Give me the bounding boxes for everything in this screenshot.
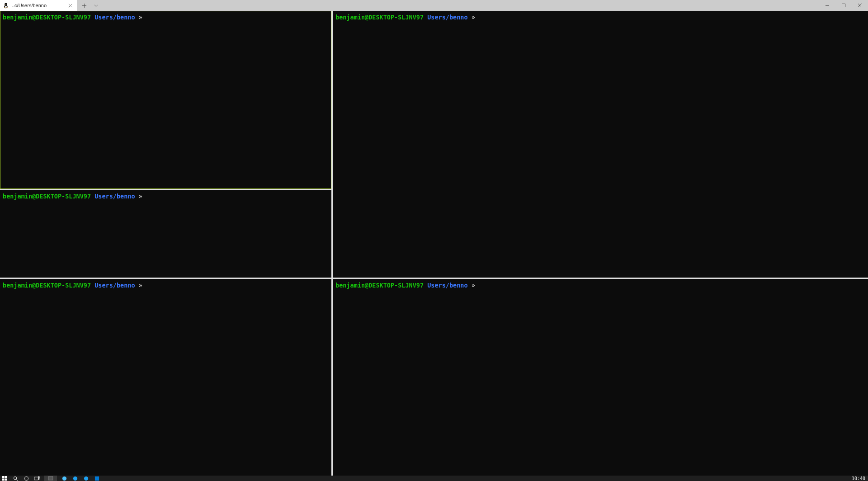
prompt-user-host: benjamin@DESKTOP-SLJNV97 — [335, 14, 424, 21]
windows-taskbar[interactable]: 10:40 — [0, 476, 868, 481]
svg-point-6 — [6, 4, 6, 5]
svg-point-2 — [5, 6, 7, 8]
svg-point-8 — [4, 7, 5, 8]
minimize-button[interactable] — [819, 0, 835, 11]
terminal-pane-bottom-right[interactable]: benjamin@DESKTOP-SLJNV97 Users/benno » — [333, 279, 868, 476]
search-icon[interactable] — [12, 476, 19, 481]
prompt-user-host: benjamin@DESKTOP-SLJNV97 — [3, 193, 91, 200]
titlebar: ..c/Users/benno — [0, 0, 868, 11]
maximize-button[interactable] — [835, 0, 852, 11]
svg-point-24 — [24, 476, 28, 480]
svg-rect-15 — [842, 4, 845, 7]
svg-rect-18 — [2, 476, 5, 478]
prompt-path: Users/benno — [94, 282, 135, 289]
terminal-pane-grid: benjamin@DESKTOP-SLJNV97 Users/benno » b… — [0, 11, 868, 476]
svg-rect-26 — [38, 476, 40, 477]
prompt-user-host: benjamin@DESKTOP-SLJNV97 — [3, 282, 91, 289]
svg-point-29 — [62, 476, 66, 480]
terminal-pane-top-left[interactable]: benjamin@DESKTOP-SLJNV97 Users/benno » — [0, 11, 331, 189]
svg-point-31 — [84, 476, 88, 480]
taskbar-app-icon[interactable] — [93, 476, 100, 481]
svg-line-23 — [16, 479, 18, 481]
prompt-symbol: » — [472, 282, 475, 289]
prompt-symbol: » — [139, 282, 142, 289]
prompt-symbol: » — [139, 14, 142, 21]
titlebar-drag-region[interactable] — [103, 0, 819, 11]
svg-rect-21 — [5, 478, 7, 481]
svg-point-22 — [14, 476, 16, 479]
prompt-path: Users/benno — [427, 282, 467, 289]
svg-point-9 — [6, 7, 8, 8]
tab-title: ..c/Users/benno — [12, 3, 64, 8]
terminal-pane-bottom-left[interactable]: benjamin@DESKTOP-SLJNV97 Users/benno » — [0, 279, 331, 476]
new-tab-button[interactable] — [79, 0, 90, 11]
prompt-path: Users/benno — [94, 14, 135, 21]
prompt-symbol: » — [139, 193, 142, 200]
taskbar-app-icon[interactable] — [44, 476, 57, 481]
tux-icon — [3, 2, 9, 9]
start-button[interactable] — [1, 476, 8, 481]
svg-rect-28 — [48, 476, 53, 480]
svg-rect-19 — [5, 476, 7, 478]
svg-rect-27 — [38, 478, 40, 480]
svg-rect-20 — [2, 478, 5, 481]
taskbar-app-icon[interactable] — [71, 476, 79, 481]
prompt-user-host: benjamin@DESKTOP-SLJNV97 — [3, 14, 91, 21]
svg-point-5 — [5, 4, 6, 5]
terminal-pane-top-right[interactable]: benjamin@DESKTOP-SLJNV97 Users/benno » — [333, 11, 868, 278]
tab-dropdown-button[interactable] — [90, 0, 101, 11]
svg-rect-32 — [94, 476, 99, 480]
terminal-tab[interactable]: ..c/Users/benno — [0, 0, 77, 11]
taskbar-app-icon[interactable] — [61, 476, 68, 481]
close-button[interactable] — [852, 0, 868, 11]
tab-close-button[interactable] — [67, 2, 73, 9]
tab-actions — [77, 0, 103, 11]
prompt-user-host: benjamin@DESKTOP-SLJNV97 — [335, 282, 424, 289]
prompt-path: Users/benno — [94, 193, 135, 200]
window-controls — [819, 0, 868, 11]
prompt-path: Users/benno — [427, 14, 467, 21]
taskbar-right: 10:40 — [852, 476, 867, 481]
taskbar-app-icon[interactable] — [82, 476, 90, 481]
system-clock[interactable]: 10:40 — [852, 476, 865, 481]
svg-rect-25 — [34, 477, 38, 480]
svg-point-30 — [73, 476, 77, 480]
prompt-symbol: » — [472, 14, 475, 21]
terminal-pane-middle-left[interactable]: benjamin@DESKTOP-SLJNV97 Users/benno » — [0, 190, 331, 278]
cortana-icon[interactable] — [23, 476, 30, 481]
task-view-icon[interactable] — [33, 476, 41, 481]
